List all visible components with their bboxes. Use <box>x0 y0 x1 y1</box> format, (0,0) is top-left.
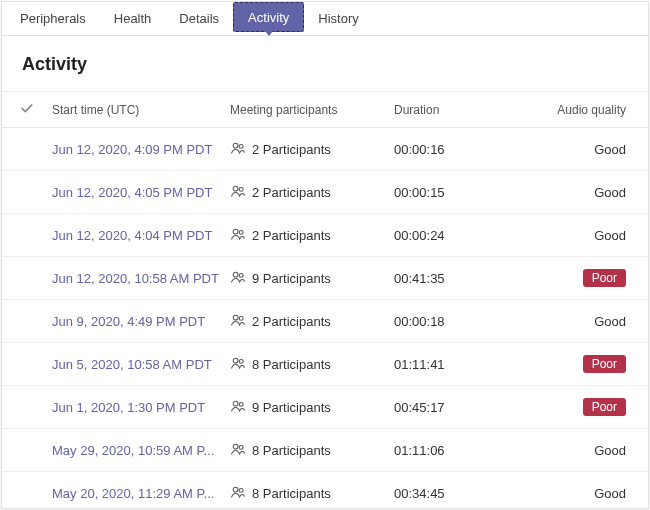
participants-cell: 9 Participants <box>230 269 394 288</box>
svg-point-16 <box>233 487 238 492</box>
table-row[interactable]: Jun 12, 2020, 4:04 PM PDT2 Participants0… <box>2 214 648 257</box>
tab-peripherals[interactable]: Peripherals <box>6 2 100 35</box>
participants-text: 8 Participants <box>252 357 331 372</box>
col-header-start[interactable]: Start time (UTC) <box>52 103 230 117</box>
quality-cell: Poor <box>544 355 636 373</box>
svg-point-6 <box>233 272 238 277</box>
table-row[interactable]: Jun 1, 2020, 1:30 PM PDT9 Participants00… <box>2 386 648 429</box>
participants-text: 8 Participants <box>252 486 331 501</box>
quality-cell: Good <box>544 142 636 157</box>
tab-label: Peripherals <box>20 11 86 26</box>
quality-cell: Good <box>544 486 636 501</box>
tab-health[interactable]: Health <box>100 2 166 35</box>
tab-details[interactable]: Details <box>165 2 233 35</box>
start-time-link[interactable]: Jun 12, 2020, 10:58 AM PDT <box>52 271 219 286</box>
people-icon <box>230 226 246 245</box>
svg-point-13 <box>239 402 243 406</box>
participants-cell: 8 Participants <box>230 484 394 503</box>
start-time-link[interactable]: Jun 5, 2020, 10:58 AM PDT <box>52 357 212 372</box>
checkmark-icon <box>20 101 34 118</box>
start-time-link[interactable]: Jun 9, 2020, 4:49 PM PDT <box>52 314 205 329</box>
start-time-link[interactable]: Jun 12, 2020, 4:05 PM PDT <box>52 185 212 200</box>
quality-cell: Poor <box>544 269 636 287</box>
svg-point-10 <box>233 358 238 363</box>
svg-point-4 <box>233 229 238 234</box>
table-row[interactable]: Jun 9, 2020, 4:49 PM PDT2 Participants00… <box>2 300 648 343</box>
people-icon <box>230 484 246 503</box>
people-icon <box>230 140 246 159</box>
tab-label: Health <box>114 11 152 26</box>
svg-point-7 <box>239 273 243 277</box>
table-row[interactable]: Jun 5, 2020, 10:58 AM PDT8 Participants0… <box>2 343 648 386</box>
svg-point-14 <box>233 444 238 449</box>
svg-point-17 <box>239 488 243 492</box>
quality-cell: Good <box>544 314 636 329</box>
table-row[interactable]: Jun 12, 2020, 4:05 PM PDT2 Participants0… <box>2 171 648 214</box>
quality-text-good: Good <box>594 228 626 243</box>
participants-cell: 8 Participants <box>230 355 394 374</box>
col-header-quality[interactable]: Audio quality <box>544 103 636 117</box>
duration-cell: 00:00:18 <box>394 314 544 329</box>
people-icon <box>230 355 246 374</box>
participants-cell: 2 Participants <box>230 312 394 331</box>
people-icon <box>230 441 246 460</box>
start-time-link[interactable]: May 20, 2020, 11:29 AM P... <box>52 486 214 501</box>
svg-point-12 <box>233 401 238 406</box>
table-row[interactable]: May 20, 2020, 11:29 AM P...8 Participant… <box>2 472 648 508</box>
start-time-link[interactable]: May 29, 2020, 10:59 AM P... <box>52 443 214 458</box>
people-icon <box>230 183 246 202</box>
col-header-participants[interactable]: Meeting participants <box>230 103 394 117</box>
tab-label: Details <box>179 11 219 26</box>
participants-text: 9 Participants <box>252 400 331 415</box>
participants-cell: 2 Participants <box>230 140 394 159</box>
people-icon <box>230 269 246 288</box>
participants-cell: 2 Participants <box>230 226 394 245</box>
duration-cell: 01:11:06 <box>394 443 544 458</box>
table-row[interactable]: Jun 12, 2020, 10:58 AM PDT9 Participants… <box>2 257 648 300</box>
participants-text: 8 Participants <box>252 443 331 458</box>
col-header-duration[interactable]: Duration <box>394 103 544 117</box>
quality-text-good: Good <box>594 486 626 501</box>
svg-point-9 <box>239 316 243 320</box>
quality-text-good: Good <box>594 142 626 157</box>
participants-text: 2 Participants <box>252 142 331 157</box>
quality-badge-poor: Poor <box>583 269 626 287</box>
participants-cell: 9 Participants <box>230 398 394 417</box>
quality-badge-poor: Poor <box>583 355 626 373</box>
svg-point-11 <box>239 359 243 363</box>
duration-cell: 00:00:24 <box>394 228 544 243</box>
svg-point-2 <box>233 186 238 191</box>
duration-cell: 01:11:41 <box>394 357 544 372</box>
participants-cell: 8 Participants <box>230 441 394 460</box>
quality-cell: Poor <box>544 398 636 416</box>
tab-label: Activity <box>248 10 289 25</box>
tab-label: History <box>318 11 358 26</box>
duration-cell: 00:45:17 <box>394 400 544 415</box>
quality-cell: Good <box>544 228 636 243</box>
participants-cell: 2 Participants <box>230 183 394 202</box>
tab-history[interactable]: History <box>304 2 372 35</box>
people-icon <box>230 312 246 331</box>
select-all-check[interactable] <box>2 101 52 118</box>
participants-text: 2 Participants <box>252 314 331 329</box>
duration-cell: 00:00:16 <box>394 142 544 157</box>
start-time-link[interactable]: Jun 12, 2020, 4:04 PM PDT <box>52 228 212 243</box>
participants-text: 9 Participants <box>252 271 331 286</box>
people-icon <box>230 398 246 417</box>
duration-cell: 00:41:35 <box>394 271 544 286</box>
svg-point-15 <box>239 445 243 449</box>
start-time-link[interactable]: Jun 1, 2020, 1:30 PM PDT <box>52 400 205 415</box>
tab-bar: Peripherals Health Details Activity Hist… <box>2 2 648 36</box>
svg-point-1 <box>239 144 243 148</box>
quality-text-good: Good <box>594 443 626 458</box>
duration-cell: 00:00:15 <box>394 185 544 200</box>
table-header: Start time (UTC) Meeting participants Du… <box>2 92 648 128</box>
table-row[interactable]: Jun 12, 2020, 4:09 PM PDT2 Participants0… <box>2 128 648 171</box>
quality-text-good: Good <box>594 185 626 200</box>
activity-table: Start time (UTC) Meeting participants Du… <box>2 91 648 508</box>
activity-panel: Peripherals Health Details Activity Hist… <box>1 1 649 509</box>
start-time-link[interactable]: Jun 12, 2020, 4:09 PM PDT <box>52 142 212 157</box>
table-row[interactable]: May 29, 2020, 10:59 AM P...8 Participant… <box>2 429 648 472</box>
quality-text-good: Good <box>594 314 626 329</box>
tab-activity[interactable]: Activity <box>233 2 304 32</box>
